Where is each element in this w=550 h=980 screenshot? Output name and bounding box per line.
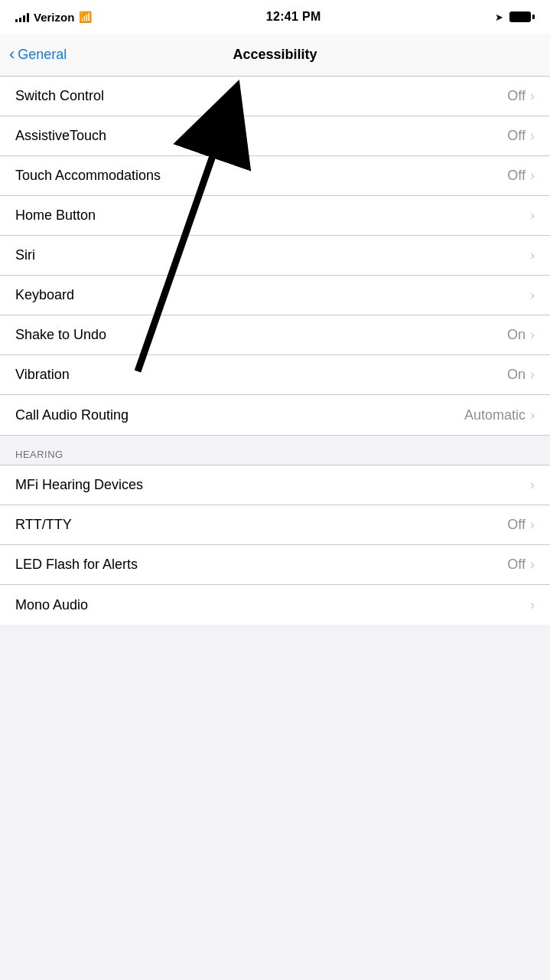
status-right: ➤: [495, 11, 535, 23]
list-item-keyboard[interactable]: Keyboard ›: [0, 276, 550, 315]
chevron-icon-touch-accommodations: ›: [530, 168, 535, 184]
battery-icon: [509, 11, 535, 22]
row-label-shake-to-undo: Shake to Undo: [15, 327, 106, 343]
chevron-icon-rtt-tty: ›: [530, 517, 535, 533]
status-left: Verizon 📶: [15, 11, 92, 24]
hearing-header-label: HEARING: [15, 449, 63, 460]
back-button[interactable]: ‹ General: [9, 47, 67, 63]
row-label-call-audio-routing: Call Audio Routing: [15, 407, 129, 423]
back-chevron-icon: ‹: [9, 46, 15, 63]
list-item-mono-audio[interactable]: Mono Audio ›: [0, 585, 550, 625]
time-label: 12:41 PM: [266, 10, 321, 24]
row-right-assistive-touch: Off ›: [507, 128, 535, 144]
chevron-icon-switch-control: ›: [530, 88, 535, 104]
location-icon: ➤: [495, 11, 503, 23]
list-item-led-flash[interactable]: LED Flash for Alerts Off ›: [0, 545, 550, 585]
chevron-icon-mfi-hearing-devices: ›: [530, 477, 535, 493]
row-label-vibration: Vibration: [15, 367, 70, 383]
list-item-call-audio-routing[interactable]: Call Audio Routing Automatic ›: [0, 395, 550, 435]
row-label-mfi-hearing-devices: MFi Hearing Devices: [15, 477, 143, 493]
interaction-section: Switch Control Off › AssistiveTouch Off …: [0, 77, 550, 435]
row-value-switch-control: Off: [507, 88, 526, 104]
row-value-shake-to-undo: On: [507, 327, 526, 343]
chevron-icon-keyboard: ›: [530, 287, 535, 303]
row-right-led-flash: Off ›: [507, 557, 535, 573]
row-right-home-button: ›: [530, 207, 535, 224]
row-label-rtt-tty: RTT/TTY: [15, 517, 72, 533]
status-bar: Verizon 📶 12:41 PM ➤: [0, 0, 550, 34]
wifi-icon: 📶: [79, 11, 92, 23]
chevron-icon-call-audio-routing: ›: [530, 407, 535, 423]
back-label: General: [18, 47, 67, 63]
row-value-touch-accommodations: Off: [507, 168, 526, 184]
row-label-touch-accommodations: Touch Accommodations: [15, 168, 161, 184]
list-item-shake-to-undo[interactable]: Shake to Undo On ›: [0, 315, 550, 355]
chevron-icon-led-flash: ›: [530, 557, 535, 573]
row-right-siri: ›: [530, 247, 535, 263]
chevron-icon-vibration: ›: [530, 367, 535, 383]
signal-bars-icon: [15, 11, 29, 22]
chevron-icon-siri: ›: [530, 247, 535, 263]
chevron-icon-assistive-touch: ›: [530, 128, 535, 144]
row-value-rtt-tty: Off: [507, 517, 526, 533]
row-right-keyboard: ›: [530, 287, 535, 303]
list-item-vibration[interactable]: Vibration On ›: [0, 355, 550, 395]
row-right-mfi-hearing-devices: ›: [530, 477, 535, 493]
row-label-mono-audio: Mono Audio: [15, 597, 88, 613]
row-right-touch-accommodations: Off ›: [507, 168, 535, 184]
list-item-siri[interactable]: Siri ›: [0, 236, 550, 276]
list-item-touch-accommodations[interactable]: Touch Accommodations Off ›: [0, 156, 550, 196]
row-label-siri: Siri: [15, 247, 35, 263]
chevron-icon-mono-audio: ›: [530, 597, 535, 613]
row-label-keyboard: Keyboard: [15, 287, 74, 303]
row-label-home-button: Home Button: [15, 207, 96, 224]
row-right-call-audio-routing: Automatic ›: [464, 407, 535, 423]
row-right-mono-audio: ›: [530, 597, 535, 613]
list-item-rtt-tty[interactable]: RTT/TTY Off ›: [0, 505, 550, 545]
row-right-rtt-tty: Off ›: [507, 517, 535, 533]
row-label-switch-control: Switch Control: [15, 88, 104, 104]
carrier-label: Verizon: [34, 11, 74, 24]
row-label-assistive-touch: AssistiveTouch: [15, 128, 106, 144]
hearing-section-header: HEARING: [0, 435, 550, 466]
chevron-icon-shake-to-undo: ›: [530, 327, 535, 343]
list-item-home-button[interactable]: Home Button ›: [0, 196, 550, 236]
row-right-vibration: On ›: [507, 367, 535, 383]
row-value-led-flash: Off: [507, 557, 526, 573]
nav-bar: ‹ General Accessibility: [0, 34, 550, 77]
row-label-led-flash: LED Flash for Alerts: [15, 557, 138, 573]
list-item-assistive-touch[interactable]: AssistiveTouch Off ›: [0, 116, 550, 156]
row-value-call-audio-routing: Automatic: [464, 407, 526, 423]
row-right-shake-to-undo: On ›: [507, 327, 535, 343]
row-right-switch-control: Off ›: [507, 88, 535, 104]
list-item-mfi-hearing-devices[interactable]: MFi Hearing Devices ›: [0, 466, 550, 505]
row-value-assistive-touch: Off: [507, 128, 526, 144]
page-title: Accessibility: [233, 47, 317, 63]
row-value-vibration: On: [507, 367, 526, 383]
list-item-switch-control[interactable]: Switch Control Off ›: [0, 77, 550, 116]
hearing-section: MFi Hearing Devices › RTT/TTY Off › LED …: [0, 466, 550, 625]
chevron-icon-home-button: ›: [530, 207, 535, 224]
